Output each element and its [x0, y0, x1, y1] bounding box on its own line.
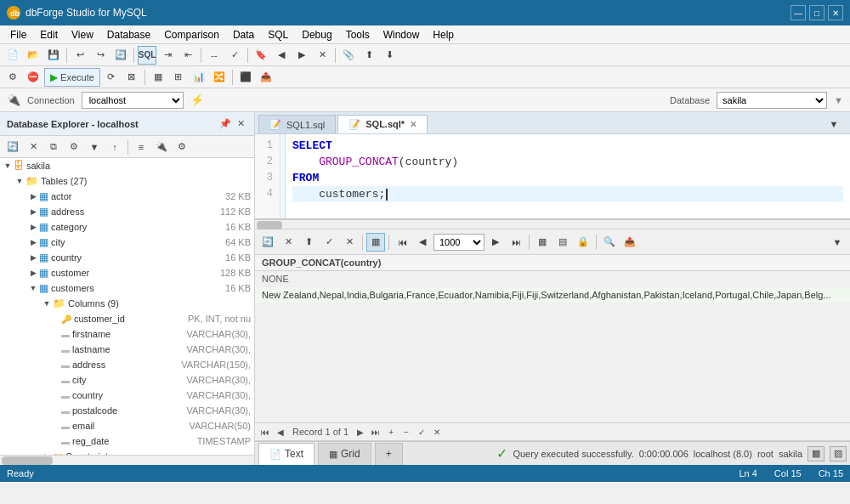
text-tab[interactable]: 📄 Text	[258, 443, 314, 465]
menu-file[interactable]: File	[3, 27, 33, 42]
grid-btn[interactable]: ▦	[533, 233, 552, 252]
refresh-results-button[interactable]: 🔄	[258, 233, 277, 252]
search-res-btn[interactable]: 🔍	[600, 233, 619, 252]
tab-sql-close[interactable]: ✕	[410, 120, 416, 129]
count-select[interactable]: 1000	[434, 234, 484, 251]
next-record-button[interactable]: ▶	[354, 425, 367, 439]
tree-item-actor[interactable]: ▶ ▦ actor 32 KB	[0, 189, 254, 204]
tree-col-country[interactable]: ▬ country VARCHAR(30),	[0, 388, 254, 403]
tree-col-lastname[interactable]: ▬ lastname VARCHAR(30),	[0, 342, 254, 357]
results-btn[interactable]: ▦	[149, 68, 167, 87]
restore-button[interactable]: □	[809, 5, 824, 20]
connection-select[interactable]: localhost	[82, 92, 184, 109]
close-sidebar-button[interactable]: ✕	[234, 117, 247, 131]
delete-tree-button[interactable]: ✕	[24, 138, 42, 156]
tree-col-customer_id[interactable]: 🔑 customer_id PK, INT, not nu	[0, 311, 254, 326]
export-btn[interactable]: 📤	[257, 68, 275, 87]
open-button[interactable]: 📂	[24, 46, 42, 65]
minimize-button[interactable]: —	[790, 5, 806, 20]
cancel-record-button[interactable]: ✕	[430, 425, 444, 439]
chart-btn[interactable]: 📊	[190, 68, 208, 87]
uncomment-button[interactable]: ✓	[225, 46, 244, 65]
format-button[interactable]: SQL	[138, 46, 156, 65]
cancel-results-button[interactable]: ✕	[279, 233, 298, 252]
code-area[interactable]: SELECT GROUP_CONCAT ( country ) FROM	[286, 134, 850, 218]
clear-bookmarks-button[interactable]: ✕	[313, 46, 332, 65]
table-btn[interactable]: ⊞	[169, 68, 188, 87]
tree-col-regdate[interactable]: ▬ reg_date TIMESTAMP	[0, 433, 254, 449]
schema-btn[interactable]: ⬛	[236, 68, 255, 87]
save-button[interactable]: 💾	[44, 46, 63, 65]
next-bookmark-button[interactable]: ▶	[292, 46, 311, 65]
redo-button[interactable]: ↪	[91, 46, 110, 65]
run-all-button[interactable]: ⚙	[3, 68, 22, 87]
sql-editor[interactable]: 1 2 3 4 SELECT GROUP_CONCAT ( country	[255, 134, 850, 219]
export-res-btn[interactable]: 📤	[620, 233, 639, 252]
undo-button[interactable]: ↩	[71, 46, 89, 65]
form-btn[interactable]: ▤	[553, 233, 572, 252]
prev-page-button[interactable]: ◀	[413, 233, 432, 252]
copy-tree-button[interactable]: ⧉	[44, 138, 63, 156]
grid-view-button[interactable]: ▦	[366, 233, 385, 252]
menu-view[interactable]: View	[65, 27, 100, 42]
menu-tools[interactable]: Tools	[339, 27, 377, 42]
save-results-button[interactable]: ⬆	[299, 233, 318, 252]
tree-item-columns[interactable]: ▼ 📁 Columns (9)	[0, 296, 254, 311]
toggle-filter-button[interactable]: ≡	[132, 138, 150, 156]
tree-item-customer[interactable]: ▶ ▦ customer 128 KB	[0, 265, 254, 280]
last-page-button[interactable]: ⏭	[507, 233, 525, 252]
database-select[interactable]: sakila	[717, 92, 827, 109]
menu-database[interactable]: Database	[100, 27, 157, 42]
more-button[interactable]: ⬇	[380, 46, 399, 65]
sidebar-horizontal-scroll[interactable]	[0, 455, 254, 465]
detach-button[interactable]: ⬆	[360, 46, 378, 65]
tree-item-country[interactable]: ▶ ▦ country 16 KB	[0, 250, 254, 265]
close-button[interactable]: ✕	[828, 5, 843, 20]
tree-col-email[interactable]: ▬ email VARCHAR(50)	[0, 418, 254, 433]
discard-results-button[interactable]: ✕	[340, 233, 359, 252]
results-menu-btn[interactable]: ▼	[828, 233, 847, 252]
explain-button[interactable]: ⟳	[102, 68, 121, 87]
filter-tree-button[interactable]: ⚙	[65, 138, 83, 156]
readonly-btn[interactable]: 🔒	[574, 233, 592, 252]
execute-button[interactable]: ▶ Execute	[44, 68, 100, 87]
first-page-button[interactable]: ⏮	[393, 233, 411, 252]
refresh-button[interactable]: 🔄	[111, 46, 130, 65]
grid-tab[interactable]: ▦ Grid	[318, 443, 371, 465]
new-file-button[interactable]: 📄	[3, 46, 22, 65]
add-record-button[interactable]: +	[384, 425, 398, 439]
tree-col-firstname[interactable]: ▬ firstname VARCHAR(30),	[0, 326, 254, 342]
add-tab[interactable]: +	[375, 443, 403, 465]
tree-col-city[interactable]: ▬ city VARCHAR(30),	[0, 372, 254, 388]
results-layout2-btn[interactable]: ▨	[830, 446, 847, 462]
last-record-button[interactable]: ⏭	[369, 425, 382, 439]
settings-button[interactable]: ⚙	[173, 138, 191, 156]
menu-data[interactable]: Data	[226, 27, 261, 42]
tree-item-category[interactable]: ▶ ▦ category 16 KB	[0, 219, 254, 235]
menu-sql[interactable]: SQL	[261, 27, 295, 42]
next-page-button[interactable]: ▶	[486, 233, 505, 252]
tree-item-address[interactable]: ▶ ▦ address 112 KB	[0, 204, 254, 219]
comment-button[interactable]: --	[205, 46, 224, 65]
outdent-button[interactable]: ⇤	[178, 46, 197, 65]
filter2-tree-button[interactable]: ▼	[85, 138, 104, 156]
stop-button[interactable]: ⛔	[24, 68, 42, 87]
tree-col-postalcode[interactable]: ▬ postalcode VARCHAR(30),	[0, 403, 254, 418]
tab-sql1[interactable]: 📝 SQL1.sql	[258, 115, 336, 133]
attach-button[interactable]: 📎	[339, 46, 358, 65]
refresh-tree-button[interactable]: 🔄	[3, 138, 22, 156]
prev-bookmark-button[interactable]: ◀	[272, 46, 291, 65]
prev-results-button[interactable]: ✓	[320, 233, 338, 252]
menu-debug[interactable]: Debug	[295, 27, 338, 42]
menu-window[interactable]: Window	[377, 27, 427, 42]
tree-item-sakila[interactable]: ▼ 🗄 sakila	[0, 158, 254, 173]
tree-item-tables[interactable]: ▼ 📁 Tables (27)	[0, 173, 254, 189]
tab-sql[interactable]: 📝 SQL.sql* ✕	[337, 115, 428, 133]
menu-edit[interactable]: Edit	[33, 27, 65, 42]
connect-button[interactable]: 🔌	[152, 138, 171, 156]
collapse-tree-button[interactable]: ↑	[105, 138, 124, 156]
stop2-button[interactable]: ⊠	[122, 68, 141, 87]
prev-record-button[interactable]: ◀	[274, 425, 287, 439]
del-record-button[interactable]: −	[400, 425, 413, 439]
confirm-record-button[interactable]: ✓	[415, 425, 428, 439]
